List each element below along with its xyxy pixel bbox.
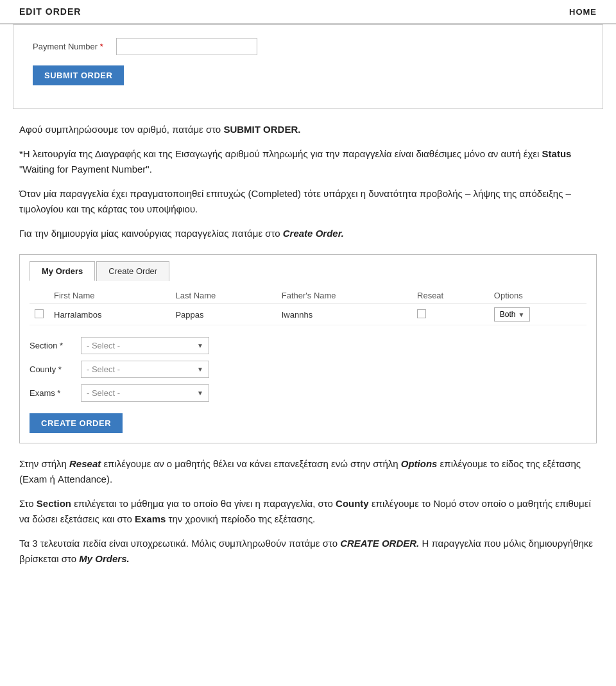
submit-row: SUBMIT ORDER [33,65,583,85]
tab-create-order[interactable]: Create Order [96,261,169,281]
para-2: *Η λειτουργία της Διαγραφής και της Εισα… [19,146,597,177]
row-last-name: Pappas [170,304,276,325]
para-1: Αφού συμπληρώσουμε τον αριθμό, πατάμε στ… [19,122,597,137]
para-4: Για την δημιουργία μίας καινούργιας παρα… [19,226,597,241]
county-row: County * - Select - ▼ [30,361,586,378]
edit-order-section: Payment Number * SUBMIT ORDER [13,24,603,109]
inner-ui-box: My Orders Create Order First Name Last N… [19,254,597,443]
payment-number-input[interactable] [116,38,257,55]
col-reseat: Reseat [412,287,489,304]
col-options: Options [489,287,586,304]
row-options-cell: Both ▼ [489,304,586,325]
main-content: Αφού συμπληρώσουμε τον αριθμό, πατάμε στ… [0,109,616,588]
para-6: Στο Section επιλέγεται το μάθημα για το … [19,496,597,527]
county-select-arrow: ▼ [197,366,203,373]
table-row: Harralambos Pappas Iwannhs Both ▼ [30,304,586,325]
section-row: Section * - Select - ▼ [30,337,586,354]
row-checkbox-cell [30,304,49,325]
row-reseat-cell [412,304,489,325]
row-first-name: Harralambos [49,304,170,325]
home-link[interactable]: HOME [569,7,597,17]
options-both-button[interactable]: Both ▼ [494,307,531,322]
row-fathers-name: Iwannhs [277,304,412,325]
exams-row: Exams * - Select - ▼ [30,384,586,402]
create-order-button[interactable]: CREATE ORDER [30,413,123,433]
section-select[interactable]: - Select - ▼ [81,337,209,354]
exams-label: Exams * [30,388,81,398]
para-3: Όταν μία παραγγελία έχει πραγματοποιηθεί… [19,186,597,217]
tabs-row: My Orders Create Order [20,255,596,281]
col-last-name: Last Name [170,287,276,304]
payment-row: Payment Number * [33,38,583,55]
exams-select-arrow: ▼ [197,390,203,397]
exams-select[interactable]: - Select - ▼ [81,384,209,402]
tab-my-orders[interactable]: My Orders [30,261,95,281]
top-bar: EDIT ORDER HOME [0,0,616,24]
options-dropdown-arrow: ▼ [518,311,525,318]
county-select[interactable]: - Select - ▼ [81,361,209,378]
para-7: Τα 3 τελευταία πεδία είναι υποχρεωτικά. … [19,536,597,567]
row-checkbox[interactable] [35,309,44,318]
payment-label: Payment Number * [33,42,116,51]
reseat-checkbox[interactable] [417,309,426,318]
col-checkbox [30,287,49,304]
col-fathers-name: Father's Name [277,287,412,304]
section-select-arrow: ▼ [197,342,203,349]
submit-order-button[interactable]: SUBMIT ORDER [33,65,124,85]
section-label: Section * [30,341,81,350]
orders-table: First Name Last Name Father's Name Resea… [30,287,586,325]
county-label: County * [30,364,81,374]
inner-table-wrapper: First Name Last Name Father's Name Resea… [20,281,596,332]
para-5: Στην στήλη Reseat επιλέγουμε αν ο μαθητή… [19,456,597,487]
page-title: EDIT ORDER [19,6,81,17]
col-first-name: First Name [49,287,170,304]
table-header-row: First Name Last Name Father's Name Resea… [30,287,586,304]
create-order-form: Section * - Select - ▼ County * - Select… [20,332,596,443]
